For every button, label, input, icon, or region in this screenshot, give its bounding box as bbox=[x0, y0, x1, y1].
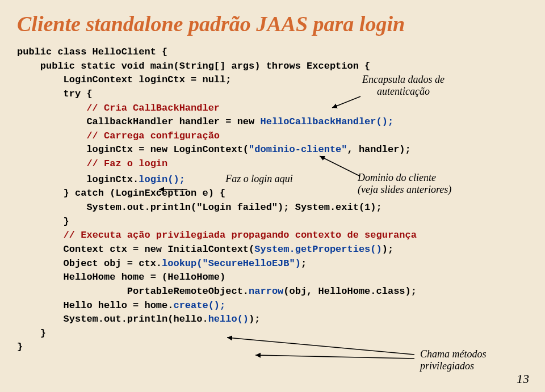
code-line: ); bbox=[249, 314, 260, 324]
code-line: (obj, HelloHome.class); bbox=[283, 286, 417, 297]
code-line: } bbox=[17, 342, 23, 352]
code-comment: // Executa ação privilegiada propagando … bbox=[64, 230, 417, 241]
code-line: LoginContext loginCtx = null; bbox=[17, 74, 231, 85]
code-highlight: create(); bbox=[173, 300, 225, 311]
code-comment: // Carrega configuração bbox=[86, 130, 220, 141]
code-line bbox=[17, 130, 86, 141]
code-line bbox=[17, 230, 64, 241]
page-number: 13 bbox=[517, 372, 529, 386]
annotation-chama: Chama métodosprivilegiados bbox=[420, 348, 487, 372]
code-line bbox=[17, 103, 86, 113]
code-line: loginCtx = new LoginContext( bbox=[17, 144, 249, 155]
code-highlight: hello() bbox=[208, 314, 249, 324]
code-line: } catch (LoginException e) { bbox=[17, 188, 225, 199]
code-line: loginCtx. bbox=[17, 174, 139, 185]
code-highlight: System.getProperties() bbox=[254, 244, 382, 255]
code-highlight: "dominio-cliente" bbox=[249, 144, 347, 155]
code-line: , handler); bbox=[347, 144, 411, 155]
code-line: System.out.println("Login failed"); Syst… bbox=[17, 202, 382, 213]
code-line: public static void main(String[] args) t… bbox=[17, 61, 370, 71]
code-highlight: login(); bbox=[139, 174, 185, 185]
slide-title: Cliente standalone padrão JAAS para logi… bbox=[17, 11, 528, 36]
code-line: System.out.println(hello. bbox=[17, 314, 208, 324]
annotation-login: Faz o login aqui bbox=[225, 173, 293, 184]
code-highlight: HelloCallbackHandler(); bbox=[260, 116, 393, 127]
code-line: public class HelloClient { bbox=[17, 47, 167, 57]
code-highlight: lookup("SecureHelloEJB") bbox=[162, 258, 301, 269]
code-comment: // Faz o login bbox=[86, 158, 167, 169]
code-block: public class HelloClient { public static… bbox=[17, 45, 528, 355]
code-line: ; bbox=[301, 258, 307, 269]
annotation-dominio: Dominio do cliente(veja slides anteriore… bbox=[358, 172, 451, 196]
code-line: HelloHome home = (HelloHome) bbox=[17, 272, 225, 283]
code-highlight: narrow bbox=[249, 286, 283, 297]
code-line: } bbox=[17, 216, 69, 227]
code-line: Object obj = ctx. bbox=[17, 258, 162, 269]
code-line: PortableRemoteObject. bbox=[17, 286, 249, 297]
code-line: } bbox=[17, 328, 46, 339]
code-line: ); bbox=[382, 244, 393, 255]
code-comment: // Cria CallBackHandler bbox=[86, 103, 220, 113]
code-line: try { bbox=[17, 88, 93, 99]
code-line: Hello hello = home. bbox=[17, 300, 173, 311]
code-line bbox=[17, 158, 86, 169]
code-line: CallbackHandler handler = new bbox=[17, 116, 260, 127]
annotation-encapsula: Encapsula dados deautenticação bbox=[362, 74, 445, 98]
code-line: Context ctx = new InitialContext( bbox=[17, 244, 254, 255]
